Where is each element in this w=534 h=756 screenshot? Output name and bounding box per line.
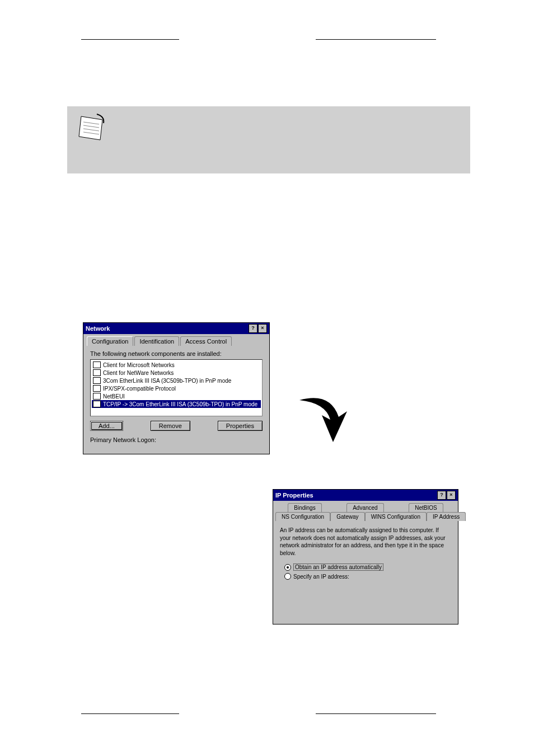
components-installed-label: The following network components are ins…	[90, 350, 263, 357]
properties-button[interactable]: Properties	[218, 421, 263, 431]
network-dialog: Network ? × Configuration Identification…	[83, 322, 270, 454]
radio-obtain-auto-label: Obtain an IP address automatically	[293, 564, 383, 571]
ip-titlebar: IP Properties ? ×	[273, 490, 458, 501]
help-button[interactable]: ?	[437, 491, 446, 500]
ip-description-text: An IP address can be automatically assig…	[273, 521, 458, 562]
add-button[interactable]: Add...	[90, 421, 123, 431]
client-icon	[93, 361, 101, 368]
tab-gateway[interactable]: Gateway	[330, 512, 364, 521]
network-components-list[interactable]: Client for Microsoft Networks Client for…	[90, 359, 263, 416]
header-rule-right	[316, 39, 436, 40]
list-item[interactable]: 3Com EtherLink III ISA (3C509b-TPO) in P…	[92, 377, 261, 384]
tab-ip-address[interactable]: IP Address	[427, 512, 466, 521]
footer-rule-left	[81, 713, 179, 714]
radio-obtain-auto[interactable]: Obtain an IP address automatically	[273, 562, 458, 572]
adapter-icon	[93, 377, 101, 384]
list-item-selected[interactable]: TCP/IP -> 3Com EtherLink III ISA (3C509b…	[92, 400, 261, 408]
tab-identification[interactable]: Identification	[134, 336, 179, 346]
remove-button[interactable]: Remove	[151, 421, 190, 431]
network-titlebar: Network ? ×	[83, 323, 269, 334]
close-button[interactable]: ×	[447, 491, 456, 500]
radio-specify-ip[interactable]: Specify an IP address:	[273, 572, 458, 581]
tab-configuration[interactable]: Configuration	[87, 336, 133, 346]
footer-rule-right	[316, 713, 436, 714]
client-icon	[93, 369, 101, 376]
note-icon	[76, 112, 109, 145]
note-callout-box	[67, 106, 470, 173]
tab-ns-configuration[interactable]: NS Configuration	[275, 512, 330, 521]
arrow-swoosh-icon	[291, 386, 358, 453]
primary-network-logon-label: Primary Network Logon:	[90, 436, 263, 443]
protocol-icon	[93, 401, 101, 407]
radio-specify-ip-label: Specify an IP address:	[293, 574, 349, 580]
protocol-icon	[93, 393, 101, 400]
radio-icon	[284, 564, 291, 571]
list-item[interactable]: IPX/SPX-compatible Protocol	[92, 384, 261, 392]
network-tabs: Configuration Identification Access Cont…	[83, 334, 269, 346]
protocol-icon	[93, 385, 101, 392]
list-item[interactable]: Client for Microsoft Networks	[92, 361, 261, 369]
tab-netbios[interactable]: NetBIOS	[409, 503, 443, 512]
tab-access-control[interactable]: Access Control	[180, 336, 232, 346]
tab-wins-configuration[interactable]: WINS Configuration	[365, 512, 427, 521]
tab-bindings[interactable]: Bindings	[288, 503, 321, 512]
ip-title: IP Properties	[275, 492, 313, 499]
svg-marker-0	[79, 116, 102, 140]
help-button[interactable]: ?	[249, 324, 257, 333]
header-rule-left	[81, 39, 179, 40]
ip-tabs: Bindings Advanced NetBIOS NS Configurati…	[273, 501, 458, 521]
network-title: Network	[86, 325, 110, 332]
ip-properties-dialog: IP Properties ? × Bindings Advanced NetB…	[273, 489, 458, 624]
list-item[interactable]: Client for NetWare Networks	[92, 369, 261, 377]
radio-icon	[284, 573, 291, 580]
list-item[interactable]: NetBEUI	[92, 392, 261, 400]
close-button[interactable]: ×	[258, 324, 267, 333]
tab-advanced[interactable]: Advanced	[346, 503, 383, 512]
